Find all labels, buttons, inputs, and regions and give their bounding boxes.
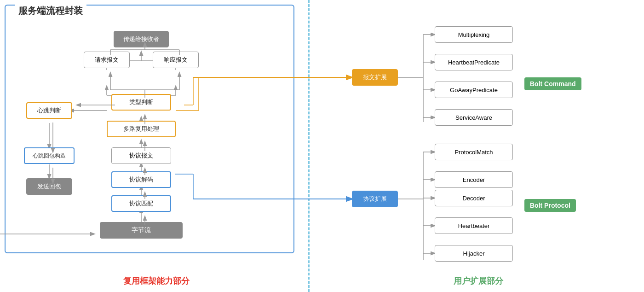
box-byte-stream: 字节流 xyxy=(100,222,183,239)
box-protocol-match: 协议匹配 xyxy=(111,195,171,212)
bottom-label-highlight: 框架能力 xyxy=(140,276,173,286)
box-protocol-msg: 协议报文 xyxy=(111,147,171,164)
box-request-msg: 请求报文 xyxy=(84,52,130,68)
bottom-label-suffix: 部分 xyxy=(173,276,190,286)
server-title: 服务端流程封装 xyxy=(15,5,86,17)
right-panel: 报文扩展 协议扩展 Multiplexing HeartbeatPredicat… xyxy=(313,0,644,292)
divider xyxy=(308,0,310,292)
box-multiplex: 多路复用处理 xyxy=(107,121,176,137)
bolt-protocol-label: Bolt Protocol xyxy=(524,199,576,212)
box-hijacker: Hijacker xyxy=(435,245,513,262)
box-protocol-extension: 协议扩展 xyxy=(352,191,398,207)
bottom-label-prefix: 复用 xyxy=(123,276,140,286)
box-protocol-match: ProtocolMatch xyxy=(435,144,513,160)
right-bottom-label: 用户扩展部分 xyxy=(454,275,503,286)
bolt-command-label: Bolt Command xyxy=(524,77,581,90)
box-type-judge: 类型判断 xyxy=(111,94,171,111)
box-heartbeat-predicate: HeartbeatPredicate xyxy=(435,54,513,70)
server-box: 服务端流程封装 xyxy=(5,5,294,253)
main-container: 服务端流程封装 xyxy=(0,0,644,292)
box-goaway-predicate: GoAwayPredicate xyxy=(435,82,513,98)
box-encoder: Encoder xyxy=(435,171,513,188)
box-service-aware: ServiceAware xyxy=(435,109,513,126)
box-heartbeat-judge: 心跳判断 xyxy=(26,102,72,119)
box-msg-extension: 报文扩展 xyxy=(352,69,398,86)
box-response-msg: 响应报文 xyxy=(153,52,199,68)
box-multiplexing: Multiplexing xyxy=(435,26,513,43)
box-forward: 传递给接收者 xyxy=(114,31,169,47)
box-send-reply: 发送回包 xyxy=(26,178,72,195)
box-protocol-decode: 协议解码 xyxy=(111,171,171,188)
box-decoder: Decoder xyxy=(435,190,513,206)
box-heartbeat-construct: 心跳回包构造 xyxy=(24,147,75,164)
bottom-label: 复用框架能力部分 xyxy=(123,275,190,286)
box-heartbeater: Heartbeater xyxy=(435,217,513,234)
left-panel: 服务端流程封装 xyxy=(0,0,313,292)
